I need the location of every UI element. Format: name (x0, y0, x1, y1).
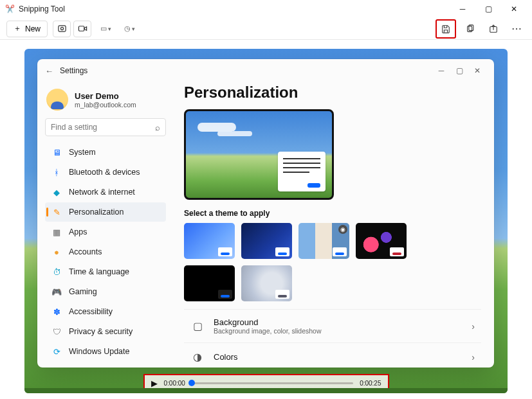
nav-label: Time & language (69, 267, 129, 276)
row-icon: ◑ (190, 351, 205, 363)
nav-label: System (69, 148, 96, 157)
theme-spotlight[interactable]: ◉ (298, 223, 349, 259)
row-background[interactable]: ▢BackgroundBackground image, color, slid… (184, 310, 481, 343)
nav: 🖥SystemᚼBluetooth & devices◆Network & in… (45, 143, 166, 361)
sidebar: User Demo m_lab@outlook.com ⌕ 🖥SystemᚼBl… (37, 82, 174, 368)
nav-item-accessibility[interactable]: ✽Accessibility (45, 302, 166, 321)
chevron-right-icon: › (472, 321, 475, 332)
desktop-preview (184, 109, 334, 200)
app-titlebar: ✂️ Snipping Tool ─ ▢ ✕ (0, 0, 532, 18)
minimize-button[interactable]: ─ (450, 0, 475, 18)
canvas-area: ← Settings ─ ▢ ✕ User Demo m_lab@outlook… (0, 40, 532, 399)
theme-windows-dark[interactable] (241, 223, 292, 259)
themes-label: Select a theme to apply (184, 209, 481, 218)
themes-grid: ◉ (184, 223, 454, 301)
row-sub: Background image, color, slideshow (214, 327, 322, 335)
new-button[interactable]: ＋ New (6, 21, 48, 37)
svg-point-1 (60, 27, 63, 30)
nav-label: Windows Update (69, 347, 130, 356)
row-icon: ▢ (190, 320, 205, 332)
player-highlight: ▶ 0:00:00 0:00:25 (143, 374, 389, 392)
nav-item-personalization[interactable]: ✎Personalization (45, 202, 166, 222)
search-input[interactable] (51, 123, 155, 132)
nav-item-network-internet[interactable]: ◆Network & internet (45, 182, 166, 202)
nav-icon: ◆ (51, 187, 62, 197)
nav-label: Network & internet (69, 188, 135, 197)
settings-rows: ▢BackgroundBackground image, color, slid… (184, 309, 481, 368)
nav-item-accounts[interactable]: ●Accounts (45, 242, 166, 262)
svg-rect-0 (58, 26, 65, 31)
nav-item-apps[interactable]: ▦Apps (45, 222, 166, 242)
settings-maximize[interactable]: ▢ (450, 66, 468, 75)
page-title: Personalization (184, 84, 481, 102)
nav-item-bluetooth-devices[interactable]: ᚼBluetooth & devices (45, 163, 166, 182)
copy-button[interactable] (461, 21, 479, 37)
nav-icon: ⏱ (51, 267, 62, 277)
new-label: New (25, 24, 41, 33)
recorded-desktop: ← Settings ─ ▢ ✕ User Demo m_lab@outlook… (24, 49, 508, 393)
chevron-right-icon: › (472, 352, 475, 362)
theme-windows-light[interactable] (184, 223, 235, 259)
nav-label: Personalization (69, 208, 124, 217)
search-icon: ⌕ (155, 123, 160, 132)
nav-icon: ✽ (51, 306, 62, 317)
theme-flow[interactable] (241, 265, 292, 301)
time-current: 0:00:00 (164, 380, 185, 387)
delay-dropdown[interactable]: ◷ ▾ (120, 21, 139, 37)
user-name: User Demo (75, 91, 136, 101)
more-button[interactable]: ⋯ (508, 21, 526, 37)
nav-icon: 🖥 (51, 147, 62, 157)
save-highlight (436, 19, 456, 39)
time-total: 0:00:25 (360, 380, 381, 387)
nav-icon: ✎ (51, 207, 62, 217)
nav-label: Gaming (69, 287, 97, 296)
settings-minimize[interactable]: ─ (432, 66, 450, 75)
seek-thumb[interactable] (188, 380, 195, 386)
nav-icon: ᚼ (51, 167, 62, 177)
nav-item-windows-update[interactable]: ⟳Windows Update (45, 342, 166, 361)
row-colors[interactable]: ◑Colors› (184, 343, 481, 368)
shape-dropdown[interactable]: ▭ ▾ (96, 21, 115, 37)
nav-label: Apps (69, 227, 87, 236)
app-title: Snipping Tool (19, 4, 65, 13)
camera-icon: ◉ (338, 225, 347, 234)
nav-label: Accessibility (69, 307, 113, 316)
share-button[interactable] (484, 21, 502, 37)
close-button[interactable]: ✕ (501, 0, 527, 18)
snip-mode-button[interactable] (53, 21, 71, 37)
nav-label: Bluetooth & devices (69, 168, 140, 177)
nav-label: Accounts (69, 247, 102, 256)
row-title: Background (214, 317, 322, 327)
theme-glow[interactable] (356, 223, 407, 259)
nav-icon: ● (51, 247, 62, 257)
nav-icon: 🎮 (51, 287, 62, 297)
back-button[interactable]: ← (45, 66, 53, 76)
preview-window (278, 152, 326, 191)
maximize-button[interactable]: ▢ (475, 0, 501, 18)
user-email: m_lab@outlook.com (75, 101, 136, 109)
avatar (46, 89, 68, 111)
nav-item-system[interactable]: 🖥System (45, 143, 166, 162)
nav-item-privacy-security[interactable]: 🛡Privacy & security (45, 322, 166, 341)
search-box[interactable]: ⌕ (45, 118, 166, 136)
row-title: Colors (214, 352, 238, 362)
record-mode-button[interactable] (73, 21, 91, 37)
content: Personalization Select a theme to apply … (174, 82, 494, 368)
settings-window: ← Settings ─ ▢ ✕ User Demo m_lab@outlook… (37, 59, 494, 368)
profile[interactable]: User Demo m_lab@outlook.com (45, 86, 166, 118)
svg-rect-2 (78, 26, 84, 31)
toolbar: ＋ New ▭ ▾ ◷ ▾ ⋯ (0, 18, 532, 40)
nav-icon: ⟳ (51, 346, 62, 357)
nav-item-time-language[interactable]: ⏱Time & language (45, 262, 166, 281)
seek-track[interactable] (192, 382, 353, 384)
play-button[interactable]: ▶ (151, 378, 158, 388)
settings-titlebar: ← Settings ─ ▢ ✕ (37, 59, 494, 82)
settings-title: Settings (60, 66, 87, 75)
settings-close[interactable]: ✕ (468, 66, 486, 75)
theme-captured-motion[interactable] (184, 265, 235, 301)
plus-icon: ＋ (14, 23, 21, 34)
nav-item-gaming[interactable]: 🎮Gaming (45, 282, 166, 301)
app-icon: ✂️ (5, 4, 15, 13)
nav-label: Privacy & security (69, 327, 133, 336)
save-button[interactable] (437, 21, 455, 37)
